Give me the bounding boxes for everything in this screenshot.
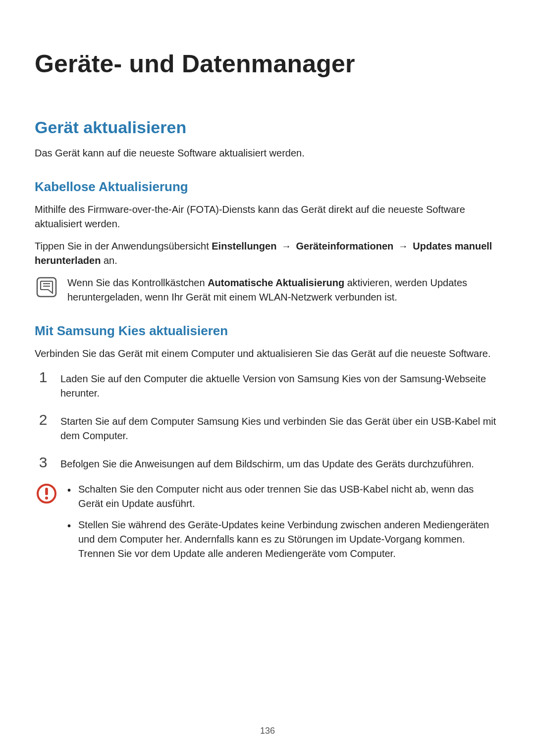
wireless-p1: Mithilfe des Firmware-over-the-Air (FOTA… (35, 202, 500, 231)
warning-text: Schalten Sie den Computer nicht aus oder… (78, 482, 500, 511)
warning-block: • Schalten Sie den Computer nicht aus od… (35, 482, 500, 568)
step-2: 2 Starten Sie auf dem Computer Samsung K… (35, 411, 500, 443)
step-3: 3 Befolgen Sie die Anweisungen auf dem B… (35, 454, 500, 471)
numbered-steps: 1 Laden Sie auf den Computer die aktuell… (35, 369, 500, 471)
page-number: 136 (0, 726, 535, 736)
wireless-p2-post: an. (104, 255, 117, 266)
svg-point-3 (45, 497, 48, 500)
step-text: Befolgen Sie die Anweisungen auf dem Bil… (60, 454, 500, 471)
warning-item: • Schalten Sie den Computer nicht aus od… (67, 482, 500, 511)
note-text: Wenn Sie das Kontrollkästchen Automatisc… (67, 276, 500, 304)
svg-rect-2 (45, 488, 48, 495)
arrow-icon: → (279, 241, 293, 252)
section-intro: Das Gerät kann auf die neueste Software … (35, 146, 500, 160)
section-heading-update-device: Gerät aktualisieren (35, 118, 500, 137)
step-1: 1 Laden Sie auf den Computer die aktuell… (35, 369, 500, 401)
bullet-dot-icon: • (67, 518, 72, 533)
wireless-p2-b2: Geräteinformationen (296, 241, 394, 252)
wireless-p2: Tippen Sie in der Anwendungsübersicht Ei… (35, 239, 500, 268)
step-number: 1 (35, 369, 52, 385)
step-text: Starten Sie auf dem Computer Samsung Kie… (60, 411, 500, 443)
subsection-heading-wireless: Kabellose Aktualisierung (35, 179, 500, 195)
step-number: 3 (35, 454, 52, 470)
arrow-icon: → (396, 241, 410, 252)
wireless-p2-pre: Tippen Sie in der Anwendungsübersicht (35, 241, 212, 252)
step-text: Laden Sie auf den Computer die aktuelle … (60, 369, 500, 401)
subsection-heading-kies: Mit Samsung Kies aktualisieren (35, 323, 500, 339)
svg-rect-0 (37, 278, 56, 297)
bullet-dot-icon: • (67, 482, 72, 498)
manual-page: Geräte- und Datenmanager Gerät aktualisi… (0, 0, 535, 756)
note-block: Wenn Sie das Kontrollkästchen Automatisc… (35, 276, 500, 304)
note-pre: Wenn Sie das Kontrollkästchen (67, 277, 208, 288)
note-bold: Automatische Aktualisierung (208, 277, 344, 288)
note-icon (35, 276, 58, 298)
wireless-p2-b1: Einstellungen (212, 241, 276, 252)
warning-bullets: • Schalten Sie den Computer nicht aus od… (67, 482, 500, 568)
warning-item: • Stellen Sie während des Geräte-Updates… (67, 518, 500, 561)
kies-intro: Verbinden Sie das Gerät mit einem Comput… (35, 347, 500, 361)
page-title: Geräte- und Datenmanager (35, 50, 500, 78)
warning-icon (35, 482, 58, 504)
step-number: 2 (35, 411, 52, 427)
warning-text: Stellen Sie während des Geräte-Updates k… (78, 518, 500, 561)
